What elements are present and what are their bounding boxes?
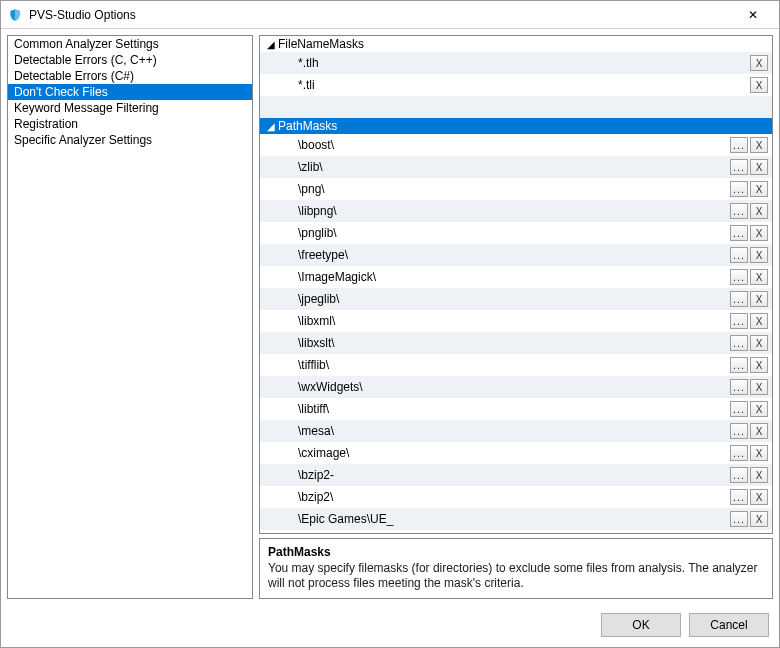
mask-row[interactable]: \png\...X xyxy=(260,178,772,200)
mask-row[interactable]: \mesa\...X xyxy=(260,420,772,442)
ellipsis-button[interactable]: ... xyxy=(730,335,748,351)
mask-row[interactable] xyxy=(260,96,772,118)
ellipsis-button[interactable]: ... xyxy=(730,357,748,373)
mask-value[interactable]: \bzip2\ xyxy=(294,490,730,504)
remove-button[interactable]: X xyxy=(750,445,768,461)
mask-row[interactable]: \pnglib\...X xyxy=(260,222,772,244)
dialog-body: Common Analyzer SettingsDetectable Error… xyxy=(1,29,779,605)
ellipsis-button[interactable]: ... xyxy=(730,423,748,439)
mask-value[interactable]: \libtiff\ xyxy=(294,402,730,416)
ellipsis-button[interactable]: ... xyxy=(730,445,748,461)
remove-button[interactable]: X xyxy=(750,291,768,307)
ellipsis-button[interactable]: ... xyxy=(730,225,748,241)
ellipsis-button[interactable]: ... xyxy=(730,511,748,527)
category-item[interactable]: Detectable Errors (C#) xyxy=(8,68,252,84)
category-item[interactable]: Detectable Errors (C, C++) xyxy=(8,52,252,68)
ok-button[interactable]: OK xyxy=(601,613,681,637)
mask-row[interactable]: \bzip2-...X xyxy=(260,464,772,486)
remove-button[interactable]: X xyxy=(750,137,768,153)
remove-button[interactable]: X xyxy=(750,159,768,175)
ellipsis-button[interactable]: ... xyxy=(730,379,748,395)
remove-button[interactable]: X xyxy=(750,269,768,285)
remove-button[interactable]: X xyxy=(750,247,768,263)
mask-row[interactable]: \boost\...X xyxy=(260,134,772,156)
group-header[interactable]: ◢FileNameMasks xyxy=(260,36,772,52)
group-header[interactable]: ◢PathMasks xyxy=(260,118,772,134)
mask-row[interactable]: \libtiff\...X xyxy=(260,398,772,420)
mask-value[interactable]: \jpeglib\ xyxy=(294,292,730,306)
mask-value[interactable]: *.tli xyxy=(294,78,750,92)
mask-row[interactable]: ... xyxy=(260,530,772,534)
ellipsis-button[interactable]: ... xyxy=(730,313,748,329)
mask-value[interactable]: \wxWidgets\ xyxy=(294,380,730,394)
ellipsis-button[interactable]: ... xyxy=(730,489,748,505)
remove-button[interactable]: X xyxy=(750,181,768,197)
mask-value[interactable]: \cximage\ xyxy=(294,446,730,460)
remove-button[interactable]: X xyxy=(750,225,768,241)
mask-value[interactable]: \ImageMagick\ xyxy=(294,270,730,284)
remove-button[interactable]: X xyxy=(750,77,768,93)
mask-value[interactable]: \bzip2- xyxy=(294,468,730,482)
mask-row[interactable]: \jpeglib\...X xyxy=(260,288,772,310)
mask-value[interactable]: \libpng\ xyxy=(294,204,730,218)
window-close-button[interactable]: ✕ xyxy=(733,2,773,28)
mask-row[interactable]: *.tliX xyxy=(260,74,772,96)
category-item[interactable]: Common Analyzer Settings xyxy=(8,36,252,52)
mask-row[interactable]: \wxWidgets\...X xyxy=(260,376,772,398)
remove-button[interactable]: X xyxy=(750,313,768,329)
remove-button[interactable]: X xyxy=(750,357,768,373)
category-list[interactable]: Common Analyzer SettingsDetectable Error… xyxy=(7,35,253,599)
ellipsis-button[interactable]: ... xyxy=(750,533,768,534)
mask-value[interactable]: \zlib\ xyxy=(294,160,730,174)
app-icon xyxy=(7,7,23,23)
category-item[interactable]: Registration xyxy=(8,116,252,132)
ellipsis-button[interactable]: ... xyxy=(730,181,748,197)
mask-row[interactable]: \libxslt\...X xyxy=(260,332,772,354)
cancel-button[interactable]: Cancel xyxy=(689,613,769,637)
mask-value[interactable]: *.tlh xyxy=(294,56,750,70)
mask-row[interactable]: \Epic Games\UE_...X xyxy=(260,508,772,530)
mask-row[interactable]: \cximage\...X xyxy=(260,442,772,464)
ellipsis-button[interactable]: ... xyxy=(730,467,748,483)
remove-button[interactable]: X xyxy=(750,379,768,395)
mask-value[interactable]: \freetype\ xyxy=(294,248,730,262)
category-item[interactable]: Keyword Message Filtering xyxy=(8,100,252,116)
mask-row[interactable]: *.tlhX xyxy=(260,52,772,74)
mask-value[interactable]: \pnglib\ xyxy=(294,226,730,240)
ellipsis-button[interactable]: ... xyxy=(730,137,748,153)
ellipsis-button[interactable]: ... xyxy=(730,203,748,219)
mask-row[interactable]: \zlib\...X xyxy=(260,156,772,178)
remove-button[interactable]: X xyxy=(750,203,768,219)
mask-value[interactable]: \libxslt\ xyxy=(294,336,730,350)
ellipsis-button[interactable]: ... xyxy=(730,247,748,263)
group-label: PathMasks xyxy=(278,119,337,133)
mask-value[interactable]: \png\ xyxy=(294,182,730,196)
settings-panel: ◢FileNameMasks*.tlhX*.tliX◢PathMasks\boo… xyxy=(259,35,773,599)
mask-row[interactable]: \ImageMagick\...X xyxy=(260,266,772,288)
remove-button[interactable]: X xyxy=(750,401,768,417)
ellipsis-button[interactable]: ... xyxy=(730,401,748,417)
mask-value[interactable]: \boost\ xyxy=(294,138,730,152)
mask-row[interactable]: \bzip2\...X xyxy=(260,486,772,508)
mask-value[interactable]: \mesa\ xyxy=(294,424,730,438)
remove-button[interactable]: X xyxy=(750,55,768,71)
remove-button[interactable]: X xyxy=(750,423,768,439)
remove-button[interactable]: X xyxy=(750,467,768,483)
category-item[interactable]: Don't Check Files xyxy=(8,84,252,100)
category-item[interactable]: Specific Analyzer Settings xyxy=(8,132,252,148)
ellipsis-button[interactable]: ... xyxy=(730,269,748,285)
mask-row[interactable]: \libxml\...X xyxy=(260,310,772,332)
mask-value[interactable]: \Epic Games\UE_ xyxy=(294,512,730,526)
remove-button[interactable]: X xyxy=(750,335,768,351)
mask-value[interactable]: \libxml\ xyxy=(294,314,730,328)
mask-row[interactable]: \libpng\...X xyxy=(260,200,772,222)
mask-row[interactable]: \freetype\...X xyxy=(260,244,772,266)
ellipsis-button[interactable]: ... xyxy=(730,159,748,175)
options-dialog: PVS-Studio Options ✕ Common Analyzer Set… xyxy=(0,0,780,648)
remove-button[interactable]: X xyxy=(750,489,768,505)
property-grid[interactable]: ◢FileNameMasks*.tlhX*.tliX◢PathMasks\boo… xyxy=(259,35,773,534)
mask-value[interactable]: \tifflib\ xyxy=(294,358,730,372)
mask-row[interactable]: \tifflib\...X xyxy=(260,354,772,376)
remove-button[interactable]: X xyxy=(750,511,768,527)
ellipsis-button[interactable]: ... xyxy=(730,291,748,307)
